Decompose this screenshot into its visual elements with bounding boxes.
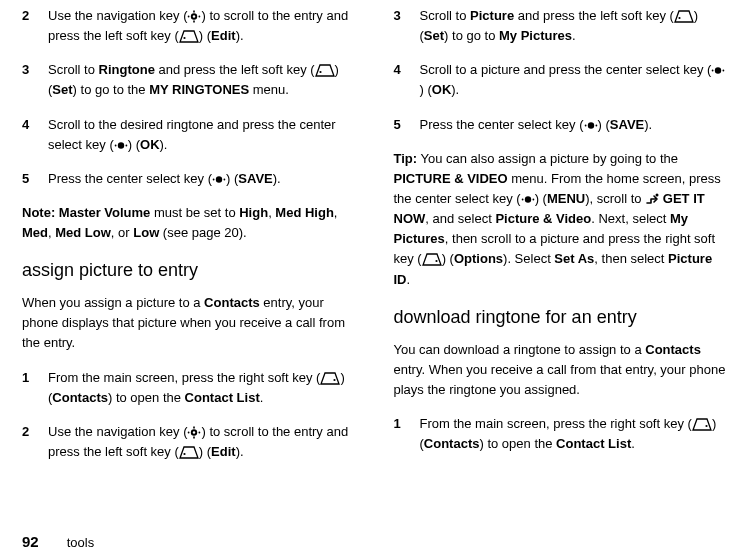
step-text: Scroll to a picture and press the center… <box>420 60 730 100</box>
get-it-now-icon <box>645 193 659 206</box>
text: entry. When you receive a call from that… <box>394 362 726 397</box>
menu-name: Picture & Video <box>495 211 591 226</box>
text: ). <box>451 82 459 97</box>
text: Scroll to a picture and press the center… <box>420 62 712 77</box>
step-text: Scroll to Picture and press the left sof… <box>420 6 730 46</box>
menu-name: PICTURE & VIDEO <box>394 171 508 186</box>
text: Scroll to <box>48 62 99 77</box>
text: ) ( <box>128 137 140 152</box>
step-number: 2 <box>22 6 48 46</box>
step-item: 5 Press the center select key () (SAVE). <box>394 115 730 135</box>
navigation-key-icon <box>187 426 201 439</box>
volume-level: Med <box>22 225 48 240</box>
step-text: Scroll to Ringtone and press the left so… <box>48 60 358 100</box>
text: , and select <box>425 211 495 226</box>
text: You can download a ringtone to assign to… <box>394 342 646 357</box>
step-number: 3 <box>22 60 48 100</box>
step-item: 1 From the main screen, press the right … <box>394 414 730 454</box>
text: ) ( <box>535 191 547 206</box>
menu-name: MY RINGTONES <box>149 82 249 97</box>
text: From the main screen, press the right so… <box>48 370 320 385</box>
section-heading: assign picture to entry <box>22 257 358 285</box>
text: ) to open the <box>479 436 556 451</box>
text: When you assign a picture to a <box>22 295 204 310</box>
text: , or <box>111 225 133 240</box>
note-prefix: Note: <box>22 205 59 220</box>
softkey-label: OK <box>140 137 160 152</box>
step-number: 5 <box>22 169 48 189</box>
softkey-label: OK <box>432 82 452 97</box>
text: and press the left soft key ( <box>155 62 315 77</box>
menu-name: Contact List <box>556 436 631 451</box>
text: Use the navigation key ( <box>48 8 187 23</box>
volume-level: Med High <box>275 205 334 220</box>
navigation-key-icon <box>187 10 201 23</box>
step-item: 4 Scroll to a picture and press the cent… <box>394 60 730 100</box>
tip-paragraph: Tip: You can also assign a picture by go… <box>394 149 730 290</box>
text: ) ( <box>598 117 610 132</box>
step-number: 2 <box>22 422 48 462</box>
text: ). <box>644 117 652 132</box>
softkey-label: Contacts <box>424 436 480 451</box>
center-select-key-icon <box>584 119 598 132</box>
menu-name: Set As <box>554 251 594 266</box>
left-soft-key-icon <box>179 446 199 459</box>
text: ). Select <box>503 251 554 266</box>
left-soft-key-icon <box>315 64 335 77</box>
text: ). <box>236 444 244 459</box>
note-term: Master Volume <box>59 205 151 220</box>
text: You can also assign a picture by going t… <box>417 151 678 166</box>
step-item: 2 Use the navigation key () to scroll to… <box>22 422 358 462</box>
text: ) ( <box>199 28 211 43</box>
step-number: 5 <box>394 115 420 135</box>
page-footer: 92 tools <box>22 529 729 550</box>
step-item: 3 Scroll to Ringtone and press the left … <box>22 60 358 100</box>
softkey-label: Set <box>52 82 72 97</box>
softkey-label: SAVE <box>610 117 644 132</box>
left-soft-key-icon <box>674 10 694 23</box>
text: ) ( <box>420 82 432 97</box>
step-item: 5 Press the center select key () (SAVE). <box>22 169 358 189</box>
softkey-label: MENU <box>547 191 585 206</box>
text: Use the navigation key ( <box>48 424 187 439</box>
center-select-key-icon <box>711 64 725 77</box>
step-item: 4 Scroll to the desired ringtone and pre… <box>22 115 358 155</box>
text: ) ( <box>199 444 211 459</box>
page-number: 92 <box>22 533 39 550</box>
text: ). <box>236 28 244 43</box>
text: . <box>631 436 635 451</box>
text: ). <box>160 137 168 152</box>
step-text: Press the center select key () (SAVE). <box>420 115 730 135</box>
text: . Next, select <box>591 211 670 226</box>
text: From the main screen, press the right so… <box>420 416 692 431</box>
right-soft-key-icon <box>422 253 442 266</box>
manual-page: 2 Use the navigation key () to scroll to… <box>0 0 751 550</box>
volume-level: Low <box>133 225 159 240</box>
softkey-label: Options <box>454 251 503 266</box>
text: (see page 20). <box>159 225 246 240</box>
text: and press the left soft key ( <box>514 8 674 23</box>
text: . <box>260 390 264 405</box>
softkey-label: Edit <box>211 28 236 43</box>
right-soft-key-icon <box>692 418 712 431</box>
step-number: 3 <box>394 6 420 46</box>
text: ). <box>273 171 281 186</box>
text: must be set to <box>150 205 239 220</box>
menu-name: My Pictures <box>499 28 572 43</box>
left-soft-key-icon <box>179 30 199 43</box>
center-select-key-icon <box>114 139 128 152</box>
text: , then select <box>594 251 668 266</box>
softkey-label: SAVE <box>238 171 272 186</box>
step-number: 4 <box>394 60 420 100</box>
section-heading: download ringtone for an entry <box>394 304 730 332</box>
step-number: 4 <box>22 115 48 155</box>
step-text: From the main screen, press the right so… <box>420 414 730 454</box>
step-text: From the main screen, press the right so… <box>48 368 358 408</box>
step-text: Scroll to the desired ringtone and press… <box>48 115 358 155</box>
menu-item: Ringtone <box>99 62 155 77</box>
right-column: 3 Scroll to Picture and press the left s… <box>394 6 730 529</box>
center-select-key-icon <box>212 173 226 186</box>
menu-item: Picture <box>470 8 514 23</box>
softkey-label: Contacts <box>52 390 108 405</box>
text: Press the center select key ( <box>420 117 584 132</box>
